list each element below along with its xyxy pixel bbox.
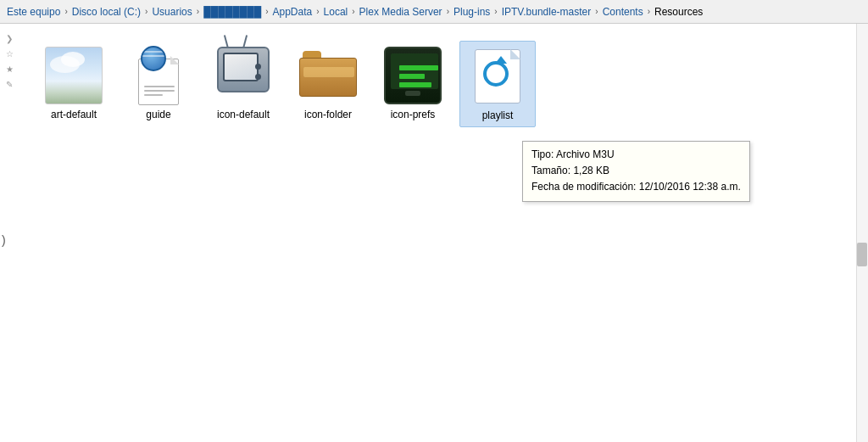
- breadcrumb-plex[interactable]: Plex Media Server: [359, 6, 442, 18]
- file-item-icon-folder[interactable]: icon-folder: [290, 41, 366, 126]
- file-icon-folder: [298, 46, 358, 105]
- tooltip-fecha-label: Fecha de modificación:: [531, 181, 636, 193]
- breadcrumb-sep-2: ›: [197, 7, 199, 16]
- tooltip-tipo-label: Tipo:: [531, 148, 554, 160]
- breadcrumb-este-equipo[interactable]: Este equipo: [7, 6, 60, 18]
- breadcrumb-sep-1: ›: [145, 7, 147, 16]
- file-item-playlist[interactable]: playlist: [459, 41, 536, 127]
- file-icon-playlist: [468, 47, 527, 106]
- file-label-guide: guide: [146, 109, 170, 120]
- sidebar-icon-1[interactable]: ❯: [3, 32, 15, 44]
- file-item-guide[interactable]: guide: [120, 41, 197, 126]
- breadcrumb-local[interactable]: Local: [324, 6, 348, 18]
- breadcrumb-sep-4: ›: [316, 7, 319, 16]
- sidebar-icon-4[interactable]: ✎: [3, 78, 15, 90]
- file-grid: art-default guide: [36, 41, 860, 127]
- file-icon-guide: [129, 46, 188, 105]
- file-label-art-default: art-default: [51, 109, 97, 120]
- file-item-icon-prefs[interactable]: icon-prefs: [375, 41, 451, 126]
- file-icon-art-default: [44, 46, 103, 105]
- breadcrumb-appdata[interactable]: AppData: [273, 6, 313, 18]
- breadcrumb-disco-local[interactable]: Disco local (C:): [72, 6, 141, 18]
- breadcrumb-sep-0: ›: [64, 7, 67, 16]
- file-tooltip: Tipo: Archivo M3U Tamaño: 1,28 KB Fecha …: [522, 141, 750, 202]
- breadcrumb-sep-3: ›: [265, 7, 268, 16]
- file-item-art-default[interactable]: art-default: [36, 41, 112, 126]
- sidebar-icon-2[interactable]: ☆: [3, 48, 15, 59]
- file-icon-tv: [214, 46, 273, 105]
- tooltip-tipo-value: Archivo M3U: [556, 148, 615, 160]
- scrollbar-thumb[interactable]: [857, 243, 867, 266]
- file-icon-prefs: [383, 46, 442, 105]
- file-item-icon-default[interactable]: icon-default: [205, 41, 281, 126]
- breadcrumb-contents[interactable]: Contents: [603, 6, 643, 18]
- tooltip-fecha-value: 12/10/2016 12:38 a.m.: [639, 181, 741, 193]
- file-label-icon-default: icon-default: [217, 109, 270, 120]
- main-content: art-default guide: [19, 24, 868, 442]
- breadcrumb-resources: Resources: [654, 6, 703, 18]
- breadcrumb-sep-9: ›: [648, 7, 650, 16]
- address-bar: Este equipo › Disco local (C:) › Usuario…: [0, 0, 868, 24]
- breadcrumb-sep-5: ›: [352, 7, 354, 16]
- sidebar-icon-3[interactable]: ★: [3, 63, 15, 75]
- breadcrumb-plugins[interactable]: Plug-ins: [453, 6, 490, 18]
- bracket-decoration: ): [2, 233, 6, 247]
- file-label-icon-prefs: icon-prefs: [391, 109, 436, 120]
- breadcrumb-iptv[interactable]: IPTV.bundle-master: [502, 6, 592, 18]
- tooltip-tamano-value: 1,28 KB: [573, 165, 609, 176]
- file-label-icon-folder: icon-folder: [304, 109, 352, 120]
- breadcrumb-sep-6: ›: [447, 7, 449, 16]
- breadcrumb-sep-7: ›: [494, 7, 497, 16]
- breadcrumb-user[interactable]: ████████: [203, 6, 261, 18]
- file-label-playlist: playlist: [482, 109, 514, 121]
- breadcrumb-usuarios[interactable]: Usuarios: [152, 6, 192, 18]
- scrollbar-track: [856, 24, 868, 442]
- tooltip-tamano-label: Tamaño:: [531, 165, 570, 176]
- breadcrumb-sep-8: ›: [595, 7, 598, 16]
